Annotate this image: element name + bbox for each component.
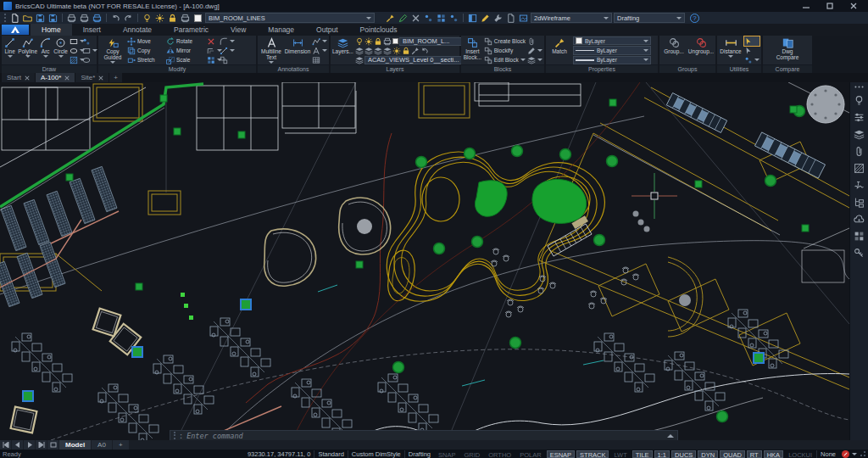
erase-button[interactable] [207, 36, 220, 46]
dwg-compare-button[interactable]: Dwg Compare [772, 36, 803, 64]
status-toggle[interactable]: GRID [460, 450, 483, 458]
table-button[interactable] [312, 55, 327, 64]
ungroup-button[interactable]: Ungroup... [688, 36, 714, 64]
layer-lock-icon[interactable] [167, 13, 178, 23]
mirror-button[interactable]: Mirror [166, 46, 205, 55]
components-icon[interactable] [854, 231, 865, 242]
explode-icon[interactable] [410, 13, 421, 23]
status-bar-menu-icon[interactable] [852, 453, 857, 455]
layer-prev-icon[interactable] [420, 47, 429, 55]
ribbon-tab[interactable]: Insert [72, 24, 112, 36]
block-edit-ref-button[interactable] [527, 46, 542, 55]
id-point-button[interactable] [744, 55, 760, 64]
block-settings-button[interactable] [527, 55, 542, 64]
copy-nested-icon[interactable] [423, 13, 434, 23]
coordinates-readout[interactable]: 93230.17, 34797.11, 0 [244, 450, 314, 458]
first-layout-button[interactable] [0, 440, 11, 450]
leader-button[interactable] [312, 36, 327, 46]
copy-guided-button[interactable]: Copy Guided [100, 36, 125, 64]
panels-icon[interactable] [467, 13, 478, 23]
rotate-button[interactable]: Rotate [166, 36, 205, 46]
command-bar-grip[interactable] [174, 432, 175, 439]
prev-layout-button[interactable] [12, 440, 23, 450]
point-button[interactable] [82, 36, 95, 46]
saved-view-combo[interactable]: ACAD_VIEWS_Level 0__secti... [364, 56, 470, 64]
quad-icon[interactable] [448, 13, 459, 23]
resize-grip[interactable] [860, 451, 865, 456]
move-button[interactable]: Move [127, 36, 166, 46]
circle-button[interactable]: Circle [53, 36, 68, 64]
last-layout-button[interactable] [36, 440, 47, 450]
color-combo[interactable]: ByLayer [573, 36, 651, 45]
edit-block-button[interactable]: Edit Block [484, 55, 526, 64]
arc-button[interactable]: Arc [39, 36, 52, 64]
save-as-icon[interactable] [47, 13, 58, 23]
layer-off-icon[interactable] [383, 47, 392, 55]
status-toggle[interactable]: DUCS [671, 450, 696, 458]
settings-icon[interactable] [492, 13, 504, 23]
hatch-panel-icon[interactable] [854, 163, 865, 174]
layer-lock-icon[interactable] [374, 37, 382, 46]
hatch-button[interactable] [70, 55, 82, 64]
open-folder-icon[interactable] [22, 13, 33, 23]
parameters-icon[interactable] [854, 180, 865, 191]
layer-freeze2-icon[interactable] [392, 47, 401, 55]
properties-panel-icon[interactable] [854, 112, 865, 123]
performance-alert-icon[interactable] [842, 450, 849, 458]
array-button[interactable] [207, 55, 220, 64]
help-icon[interactable]: ? [690, 14, 699, 23]
polyline-button[interactable]: Polyline [18, 36, 37, 64]
layer-combo[interactable]: BIM_ROOM_LINES [205, 13, 375, 23]
document-tab[interactable]: Start [2, 73, 35, 82]
annotation-scale-field[interactable]: None [816, 450, 839, 458]
status-toggle[interactable]: ORTHO [485, 450, 515, 458]
layers-panel-icon[interactable] [854, 129, 865, 140]
status-toggle[interactable]: 1:1 [654, 450, 670, 458]
maximize-button[interactable] [824, 1, 836, 11]
new-file-icon[interactable] [9, 13, 20, 23]
workspace-field[interactable]: Drafting [404, 450, 434, 458]
layer-plot-icon[interactable] [383, 37, 392, 46]
next-layout-button[interactable] [24, 440, 35, 450]
lineweight-combo[interactable]: ByLayer [573, 56, 651, 64]
linetype-combo[interactable]: ByLayer [573, 46, 651, 54]
tips-icon[interactable] [854, 95, 865, 106]
ribbon-tab[interactable]: Annotate [112, 24, 163, 36]
layer-plot-icon[interactable] [180, 13, 191, 23]
drawing-canvas[interactable] [0, 82, 849, 440]
status-toggle[interactable]: QUAD [720, 450, 745, 458]
create-block-button[interactable]: Create Block [484, 36, 526, 46]
trim-button[interactable] [220, 46, 232, 55]
status-toggle[interactable]: POLAR [516, 450, 544, 458]
status-toggle[interactable]: LOCKUI [785, 450, 815, 458]
document-tab[interactable]: A-100* [36, 73, 75, 82]
blockify-button[interactable]: Blockify [484, 46, 526, 55]
dim-style-field[interactable]: Custom DimStyle [348, 450, 404, 458]
line-button[interactable]: Line [3, 36, 16, 64]
selection-modes-icon[interactable] [436, 13, 447, 23]
layers-button[interactable]: Layers... [332, 36, 353, 64]
layout-tab[interactable]: Model [59, 440, 91, 450]
offset-button[interactable] [207, 46, 220, 55]
print-preview-icon[interactable] [79, 13, 90, 23]
layer-color-swatch[interactable] [392, 38, 398, 44]
group-button[interactable]: Group... [661, 36, 687, 64]
layer-freeze-icon[interactable] [154, 13, 165, 23]
status-toggle[interactable]: RT [747, 450, 762, 458]
status-toggle[interactable]: DYN [698, 450, 718, 458]
close-button[interactable] [848, 1, 860, 11]
publish-icon[interactable] [92, 13, 103, 23]
rectangle-button[interactable] [70, 36, 82, 46]
scale-button[interactable]: Scale [166, 55, 205, 64]
explode-button[interactable] [220, 55, 232, 64]
cloud-icon[interactable] [854, 214, 865, 225]
status-toggle[interactable]: LWT [610, 450, 630, 458]
layer-unisolate-icon[interactable] [374, 47, 382, 55]
ribbon-tab[interactable]: Output [305, 24, 349, 36]
pick-point-button[interactable] [744, 46, 760, 55]
layout-list-icon[interactable] [47, 440, 58, 450]
application-menu-button[interactable] [2, 25, 29, 35]
ribbon-layer-combo[interactable]: BIM_ROOM_L... [399, 37, 470, 46]
document-tab[interactable]: Site* [75, 73, 108, 82]
multiline-text-button[interactable]: Multiline Text [259, 36, 283, 64]
